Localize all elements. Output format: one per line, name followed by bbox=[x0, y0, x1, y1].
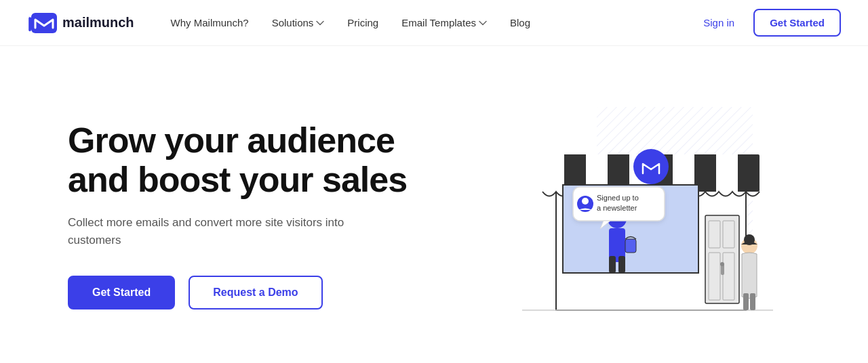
navbar: mailmunch Why Mailmunch? Solutions Prici… bbox=[0, 0, 868, 46]
sign-in-button[interactable]: Sign in bbox=[695, 12, 743, 34]
chevron-down-icon-2 bbox=[479, 19, 487, 27]
store-svg: Signed up to a newsletter bbox=[454, 87, 780, 344]
svg-text:a newsletter: a newsletter bbox=[597, 204, 637, 212]
nav-actions: Sign in Get Started bbox=[695, 9, 841, 37]
svg-point-37 bbox=[582, 198, 589, 205]
hero-subtitle: Collect more emails and convert more sit… bbox=[68, 214, 353, 250]
hero-illustration: Signed up to a newsletter bbox=[420, 87, 814, 344]
get-started-hero-button[interactable]: Get Started bbox=[68, 276, 175, 309]
hero-section: Grow your audience and boost your sales … bbox=[0, 46, 868, 363]
nav-solutions[interactable]: Solutions bbox=[262, 12, 334, 34]
svg-point-32 bbox=[744, 234, 755, 245]
hero-content: Grow your audience and boost your sales … bbox=[68, 121, 420, 309]
hero-title: Grow your audience and boost your sales bbox=[68, 121, 420, 198]
nav-pricing[interactable]: Pricing bbox=[338, 12, 388, 34]
hero-buttons: Get Started Request a Demo bbox=[68, 276, 420, 309]
svg-rect-18 bbox=[618, 256, 625, 273]
nav-links: Why Mailmunch? Solutions Pricing Email T… bbox=[161, 12, 696, 34]
svg-rect-5 bbox=[542, 154, 564, 192]
nav-why-mailmunch[interactable]: Why Mailmunch? bbox=[161, 12, 258, 34]
request-demo-button[interactable]: Request a Demo bbox=[189, 276, 322, 309]
store-illustration: Signed up to a newsletter bbox=[454, 87, 780, 344]
svg-point-29 bbox=[720, 262, 724, 266]
nav-blog[interactable]: Blog bbox=[500, 12, 540, 34]
logo-m-icon bbox=[31, 13, 57, 33]
get-started-nav-button[interactable]: Get Started bbox=[753, 9, 841, 37]
svg-rect-33 bbox=[743, 293, 749, 310]
logo-link[interactable]: mailmunch bbox=[27, 13, 134, 33]
nav-email-templates[interactable]: Email Templates bbox=[392, 12, 496, 34]
svg-rect-34 bbox=[750, 293, 755, 310]
brand-name: mailmunch bbox=[62, 15, 134, 30]
svg-rect-17 bbox=[609, 256, 616, 273]
svg-text:Signed up to: Signed up to bbox=[597, 194, 639, 202]
svg-rect-9 bbox=[716, 154, 738, 192]
chevron-down-icon bbox=[316, 19, 324, 27]
svg-rect-19 bbox=[625, 239, 636, 253]
